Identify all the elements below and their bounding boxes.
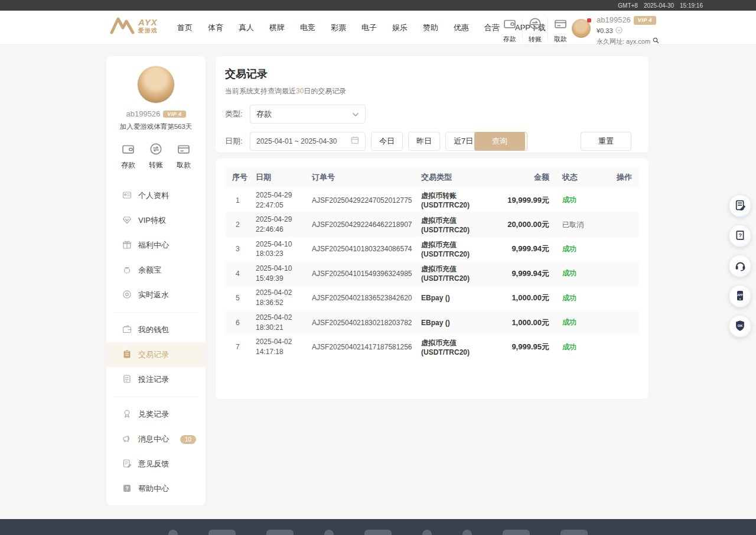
refresh-icon[interactable]	[615, 27, 623, 37]
range-button-昨日[interactable]: 昨日	[408, 132, 440, 151]
sidebar-quick-actions: 存款转账取款	[106, 141, 206, 170]
nav-item-2[interactable]: 真人	[239, 22, 254, 33]
cell-status: 成功	[549, 195, 604, 205]
cell-no: 5	[232, 294, 256, 302]
sidebar-item-交易记录[interactable]: 交易记录	[106, 342, 206, 367]
sidebar-item-兑奖记录[interactable]: 兑奖记录	[106, 402, 206, 427]
nav-item-0[interactable]: 首页	[177, 22, 193, 33]
reset-button[interactable]: 重置	[581, 132, 631, 151]
feedback-icon	[122, 459, 132, 470]
sidebar-item-余额宝[interactable]: 余额宝	[106, 258, 206, 283]
cell-type: EBpay ()	[421, 319, 481, 327]
sidebar-item-意见反馈[interactable]: 意见反馈	[106, 452, 206, 476]
cell-type: 虚拟币充值 (USDT/TRC20)	[421, 240, 481, 258]
permanent-url: 永久网址: ayx.com	[597, 37, 650, 47]
calendar-icon	[351, 136, 359, 147]
sidebar-username: ab199526	[126, 109, 160, 118]
query-button[interactable]: 查询	[474, 132, 525, 151]
app-download-button[interactable]: APP	[729, 285, 751, 307]
sidebar-item-我的钱包[interactable]: 我的钱包	[106, 317, 206, 342]
redeem-icon	[122, 409, 132, 420]
range-button-今日[interactable]: 今日	[371, 132, 403, 151]
sidebar-item-消息中心[interactable]: 消息中心10	[106, 427, 206, 452]
sidebar-item-帮助中心[interactable]: ?帮助中心	[106, 476, 206, 501]
avatar[interactable]	[572, 19, 591, 38]
filter-panel: 交易记录 当前系统支持查询最近30日的交易记录 类型: 存款 日期: 2025-…	[216, 56, 649, 153]
cell-amount: 1,000.00元	[481, 293, 549, 303]
sidebar-item-实时返水[interactable]: 实时返水	[106, 283, 206, 307]
nav-item-6[interactable]: 电子	[361, 22, 377, 33]
bets-icon	[122, 374, 132, 385]
cell-amount: 9,999.94元	[481, 268, 549, 279]
nav-item-8[interactable]: 赞助	[423, 22, 438, 33]
nav-item-3[interactable]: 棋牌	[269, 22, 285, 33]
svg-text:APP: APP	[737, 294, 742, 297]
header-action-取款[interactable]: 取款	[548, 15, 573, 44]
main-nav: 首页体育真人棋牌电竞彩票电子娱乐赞助优惠合营APP下载	[177, 11, 546, 45]
cell-status: 成功	[549, 317, 604, 328]
page-title: 交易记录	[225, 67, 639, 81]
messages-icon	[122, 434, 132, 445]
cell-date: 2025-04-1018:03:23	[256, 239, 312, 260]
profile-icon	[122, 190, 132, 202]
cell-no: 4	[232, 270, 256, 278]
sidebar-item-福利中心[interactable]: 福利中心	[106, 233, 206, 258]
survey-button[interactable]	[729, 194, 751, 217]
cell-order: AJSF202504292246462218907	[312, 221, 421, 229]
sidebar-action-存款[interactable]: 存款	[118, 141, 138, 170]
column-header-日期: 日期	[256, 172, 312, 183]
sidebar-action-转账[interactable]: 转账	[146, 141, 166, 170]
topbar: GMT+8 2025-04-30 15:19:16	[0, 0, 756, 11]
shield-ok-icon: OK	[734, 320, 746, 333]
cell-type: 虚拟币转账 (USDT/TRC20)	[421, 191, 481, 209]
header-action-转账[interactable]: 转账	[523, 15, 548, 44]
notification-dot	[587, 18, 591, 22]
site-logo[interactable]: AYX 爱游戏	[110, 17, 158, 34]
nav-item-1[interactable]: 体育	[208, 22, 223, 33]
chevron-down-icon	[352, 109, 359, 119]
unread-badge: 10	[180, 435, 196, 444]
column-header-交易类型: 交易类型	[421, 172, 481, 183]
sidebar-item-VIP特权[interactable]: VIP特权	[106, 208, 206, 233]
nav-item-9[interactable]: 优惠	[454, 22, 469, 33]
column-header-操作: 操作	[604, 172, 632, 183]
nav-item-5[interactable]: 彩票	[331, 22, 346, 33]
profile-avatar[interactable]	[137, 66, 175, 103]
balance-value: ¥0.33	[597, 27, 613, 36]
type-select[interactable]: 存款	[250, 105, 366, 124]
transactions-table-panel: 序号日期订单号交易类型金额状态操作 12025-04-2922:47:05AJS…	[216, 158, 649, 399]
cell-type: 虚拟币充值 (USDT/TRC20)	[421, 338, 481, 356]
search-icon[interactable]	[653, 37, 659, 47]
sidebar-item-投注记录[interactable]: 投注记录	[106, 367, 206, 392]
table-row: 12025-04-2922:47:05AJSF20250429224705201…	[225, 188, 639, 212]
floating-toolbar: ?APPOK	[729, 194, 751, 338]
current-time: 15:19:16	[680, 2, 703, 9]
sidebar-action-取款[interactable]: 取款	[174, 141, 194, 170]
cell-no: 7	[232, 343, 256, 351]
cell-status: 已取消	[549, 220, 604, 230]
date-range-input[interactable]: 2025-04-01 ~ 2025-04-30	[250, 132, 366, 151]
timezone-label: GMT+8	[618, 2, 638, 9]
nav-item-4[interactable]: 电竞	[300, 22, 315, 33]
yuebao-icon	[122, 265, 132, 276]
sidebar-item-个人资料[interactable]: 个人资料	[106, 183, 206, 208]
table-row: 52025-04-0218:36:52AJSF20250402183652384…	[225, 286, 639, 310]
header-action-存款[interactable]: 存款	[497, 15, 522, 44]
svg-text:?: ?	[739, 232, 742, 238]
table-row: 22025-04-2922:46:46AJSF20250429224646221…	[225, 212, 639, 236]
faq-button[interactable]: ?	[729, 225, 751, 247]
svg-text:OK: OK	[738, 324, 743, 328]
cell-no: 6	[232, 319, 256, 327]
column-header-订单号: 订单号	[312, 172, 421, 183]
cell-date: 2025-04-0218:30:21	[256, 313, 312, 333]
footer-partner-logos	[0, 519, 756, 535]
nav-item-7[interactable]: 娱乐	[392, 22, 408, 33]
column-header-金额: 金额	[481, 172, 549, 183]
vip-icon	[122, 215, 132, 226]
cell-date: 2025-04-0218:36:52	[256, 288, 312, 308]
table-row: 62025-04-0218:30:21AJSF20250402183021820…	[225, 310, 639, 335]
column-header-序号: 序号	[232, 172, 256, 183]
verify-button[interactable]: OK	[729, 315, 751, 338]
sidebar: ab199526 VIP 4 加入爱游戏体育第563天 存款转账取款 个人资料V…	[106, 56, 206, 505]
customer-service-button[interactable]	[729, 255, 751, 277]
